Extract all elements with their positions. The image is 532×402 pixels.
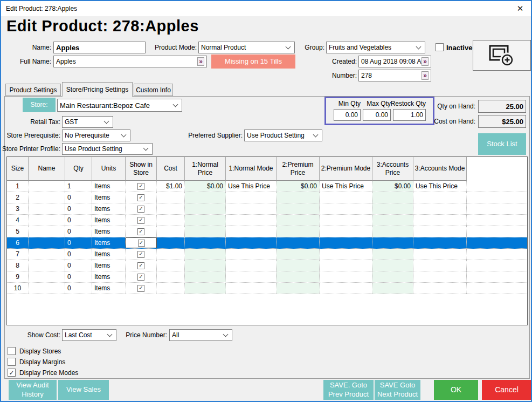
show-in-store-checkbox[interactable]: ✓ [137,206,144,213]
cell-p3[interactable] [372,203,413,214]
cell-m1[interactable] [226,192,277,203]
table-row[interactable]: 70Items✓ [7,249,527,260]
cell-p2[interactable] [277,271,320,282]
show-in-store-checkbox[interactable]: ✓ [137,262,144,269]
group-select[interactable]: Fruits and Vegetables [326,42,425,53]
view-audit-history-button[interactable]: View Audit History [9,380,57,400]
cell-units[interactable]: Items [92,271,126,282]
cell-p3[interactable]: $0.00 [372,181,413,192]
cell-qty[interactable]: 0 [65,271,92,282]
cell-cost[interactable] [157,215,185,226]
cell-name[interactable] [29,181,65,192]
product-mode-select[interactable]: Normal Product [198,42,295,53]
display-option-display-margins[interactable]: Display Margins [8,358,65,366]
column-header[interactable]: Name [29,157,65,181]
cell-p3[interactable] [372,271,413,282]
cell-m3[interactable] [413,226,467,237]
cell-name[interactable] [29,215,65,226]
column-header[interactable]: Size [7,157,29,181]
show-in-store-cell[interactable]: ✓ [126,260,157,271]
cell-units[interactable]: Items [92,237,126,248]
cell-p1[interactable] [185,283,226,294]
cell-p3[interactable] [372,237,413,248]
table-row[interactable]: 11Items✓$1.00$0.00Use This Price$0.00Use… [7,181,527,192]
cell-p2[interactable] [277,226,320,237]
cell-qty[interactable]: 0 [65,215,92,226]
missing-tills-button[interactable]: Missing on 15 Tills [211,54,295,69]
view-sales-button[interactable]: View Sales [58,380,109,400]
cell-qty[interactable]: 0 [65,226,92,237]
save-goto-prev-button[interactable]: SAVE. Goto Prev Product [323,380,374,400]
cell-m3[interactable] [413,192,467,203]
column-header[interactable]: 1:Normal Mode [226,157,277,181]
close-icon[interactable]: ✕ [515,3,526,14]
cell-size[interactable]: 8 [7,260,29,271]
column-header[interactable]: 2:Premium Mode [320,157,372,181]
cell-m3[interactable] [413,237,467,248]
show-in-store-checkbox[interactable]: ✓ [137,217,144,224]
show-in-store-cell[interactable]: ✓ [126,181,157,192]
cell-cost[interactable] [157,283,185,294]
cell-units[interactable]: Items [92,215,126,226]
cell-name[interactable] [29,260,65,271]
cell-p1[interactable] [185,249,226,260]
cell-p1[interactable]: $0.00 [185,181,226,192]
cell-m2[interactable] [320,271,372,282]
cell-name[interactable] [29,249,65,260]
display-option-display-stores[interactable]: Display Stores [8,347,61,355]
cell-name[interactable] [29,271,65,282]
cell-size[interactable]: 3 [7,203,29,214]
show-in-store-checkbox[interactable]: ✓ [137,251,144,258]
cell-size[interactable]: 1 [7,181,29,192]
cell-name[interactable] [29,226,65,237]
cell-p2[interactable] [277,260,320,271]
cell-cost[interactable] [157,226,185,237]
cell-p2[interactable] [277,283,320,294]
column-header[interactable]: Units [92,157,126,181]
cell-size[interactable]: 7 [7,249,29,260]
expand-icon[interactable]: » [422,71,429,80]
checkbox[interactable]: ✓ [8,369,16,377]
cell-p2[interactable] [277,237,320,248]
store-prerequisite-select[interactable]: No Prerequisite [62,130,130,141]
cell-units[interactable]: Items [92,226,126,237]
cell-m3[interactable] [413,283,467,294]
cell-m3[interactable] [413,271,467,282]
checkbox[interactable] [8,358,16,366]
cell-p3[interactable] [372,283,413,294]
cell-m2[interactable] [320,215,372,226]
created-field[interactable]: 08 Aug 2018 09:08 A » [358,56,431,67]
show-in-store-cell[interactable]: ✓ [126,249,157,260]
price-number-select[interactable]: All [169,329,232,341]
table-row[interactable]: 50Items✓ [7,226,527,237]
store-select[interactable]: Main Restaurant:Bepoz Cafe [57,99,182,112]
show-in-store-cell[interactable]: ✓ [126,203,157,214]
store-button[interactable]: Store: [23,98,56,112]
cell-size[interactable]: 6 [7,237,29,248]
table-row[interactable]: 90Items✓ [7,271,527,283]
show-in-store-checkbox[interactable]: ✓ [138,240,145,247]
column-header[interactable]: Show in Store [126,157,157,181]
show-in-store-cell[interactable]: ✓ [126,283,157,294]
cell-m3[interactable] [413,260,467,271]
cell-qty[interactable]: 1 [65,181,92,192]
ok-button[interactable]: OK [434,380,478,400]
cell-p3[interactable] [372,215,413,226]
cell-name[interactable] [29,237,65,248]
cell-p1[interactable] [185,260,226,271]
show-in-store-cell[interactable]: ✓ [126,271,157,282]
cell-p1[interactable] [185,192,226,203]
number-field[interactable]: 278 » [358,70,431,81]
table-row[interactable]: 20Items✓ [7,192,527,203]
cell-p2[interactable] [277,203,320,214]
column-header[interactable]: 3:Accounts Mode [413,157,467,181]
cell-m1[interactable] [226,226,277,237]
restock-qty-input[interactable]: 1.00 [393,109,426,121]
cell-p2[interactable] [277,249,320,260]
column-header[interactable]: Cost [157,157,185,181]
show-in-store-cell[interactable]: ✓ [126,192,157,203]
cell-m2[interactable] [320,203,372,214]
cell-cost[interactable] [157,192,185,203]
add-product-image-button[interactable] [473,40,531,71]
cell-cost[interactable] [157,271,185,282]
